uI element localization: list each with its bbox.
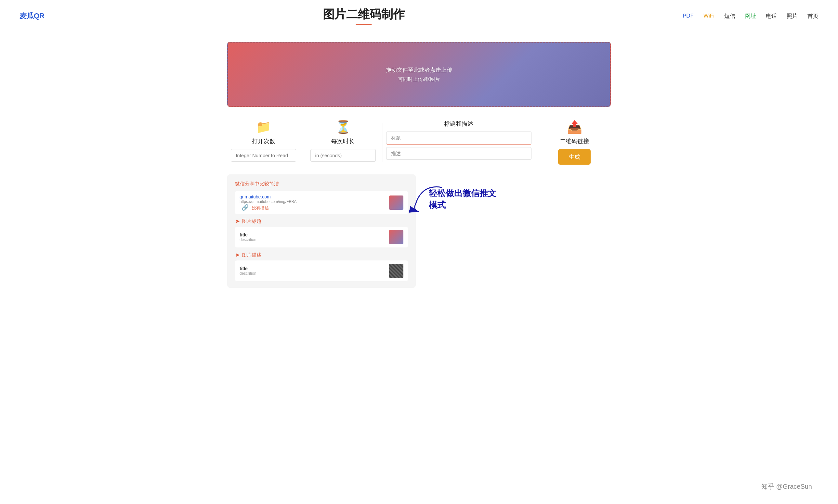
curve-arrow-svg (409, 181, 448, 213)
duration-input[interactable] (310, 149, 376, 162)
title-desc-label: 标题和描述 (444, 120, 473, 128)
main-content: 拖动文件至此或者点击上传 可同时上传9张图片 📁 打开次数 ⏳ 每次时长 标题和… (208, 32, 630, 307)
hourglass-icon: ⏳ (336, 120, 351, 134)
header: 麦瓜QR 图片二维码制作 PDF WiFi 短信 网址 电话 照片 首页 (0, 0, 838, 32)
no-desc-label: 没有描述 (252, 205, 269, 211)
bottom-area: 微信分享中比较简洁 qr.maitube.com https://qr.mait… (227, 174, 611, 288)
share-url: https://qr.maitube.com/img/FBBA (240, 199, 386, 204)
logo[interactable]: 麦瓜QR (19, 11, 45, 21)
divider-3 (535, 123, 535, 162)
title-input[interactable] (386, 131, 531, 145)
nav-home[interactable]: 首页 (807, 12, 819, 20)
article-info: title descrition (240, 232, 386, 242)
title-input-wrap (386, 131, 531, 145)
upload-zone[interactable]: 拖动文件至此或者点击上传 可同时上传9张图片 (227, 42, 611, 107)
thumbnail-pattern (389, 264, 404, 278)
main-nav: PDF WiFi 短信 网址 电话 照片 首页 (683, 12, 819, 20)
upload-text-main: 拖动文件至此或者点击上传 (386, 66, 452, 74)
upload-text-sub: 可同时上传9张图片 (398, 76, 440, 83)
article-desc-2: descrition (240, 271, 386, 276)
img-desc-label: ➤ 图片描述 (235, 251, 408, 258)
nav-sms[interactable]: 短信 (724, 12, 735, 20)
nav-tel[interactable]: 电话 (766, 12, 777, 20)
preview-card: 微信分享中比较简洁 qr.maitube.com https://qr.mait… (227, 174, 416, 288)
article-info-2: title descrition (240, 266, 386, 276)
divider-1 (303, 123, 303, 162)
arrow-right-icon-2: ➤ (235, 251, 240, 258)
link-icon: 🔗 (241, 204, 249, 211)
nav-url[interactable]: 网址 (745, 12, 756, 20)
divider-2 (382, 123, 383, 162)
arrow-right-icon: ➤ (235, 218, 240, 225)
share-row: qr.maitube.com https://qr.maitube.com/im… (235, 191, 408, 214)
folder-icon: 📁 (256, 120, 271, 134)
title-underline (356, 24, 372, 25)
open-count-input[interactable] (231, 149, 296, 162)
article-title-2: title (240, 266, 386, 271)
send-icon: 📤 (567, 120, 582, 134)
desc-input[interactable] (386, 147, 531, 160)
duration-section: ⏳ 每次时长 (307, 120, 379, 162)
qr-section: 📤 二维码链接 生成 (538, 120, 611, 165)
article-thumbnail-2 (389, 264, 404, 278)
article-row: title descrition (235, 227, 408, 248)
right-annotation: 轻松做出微信推文模式 (429, 174, 611, 218)
controls-row: 📁 打开次数 ⏳ 每次时长 标题和描述 📤 二维码链接 生成 (227, 120, 611, 165)
article-title: title (240, 232, 386, 237)
img-desc-annotation: ➤ 图片描述 title descrition (235, 251, 408, 281)
nav-photo[interactable]: 照片 (787, 12, 798, 20)
wechat-label: 微信分享中比较简洁 (235, 181, 408, 187)
qr-label: 二维码链接 (560, 137, 589, 145)
desc-input-wrap (386, 147, 531, 160)
nav-pdf[interactable]: PDF (683, 13, 694, 19)
share-domain: qr.maitube.com (240, 194, 386, 199)
open-count-section: 📁 打开次数 (227, 120, 300, 162)
duration-label: 每次时长 (331, 137, 355, 145)
nav-wifi[interactable]: WiFi (703, 13, 715, 19)
img-title-label: ➤ 图片标题 (235, 218, 408, 225)
share-info: qr.maitube.com https://qr.maitube.com/im… (240, 194, 386, 211)
generate-button[interactable]: 生成 (558, 149, 591, 165)
img-title-annotation: ➤ 图片标题 title descrition (235, 218, 408, 248)
article-desc: descrition (240, 237, 386, 242)
article-thumbnail-1 (389, 230, 404, 244)
title-desc-section: 标题和描述 (386, 120, 531, 160)
page-title: 图片二维码制作 (323, 6, 405, 22)
share-thumbnail (389, 196, 404, 210)
open-count-label: 打开次数 (252, 137, 275, 145)
page-title-wrap: 图片二维码制作 (323, 6, 405, 25)
article-row-2: title descrition (235, 260, 408, 281)
